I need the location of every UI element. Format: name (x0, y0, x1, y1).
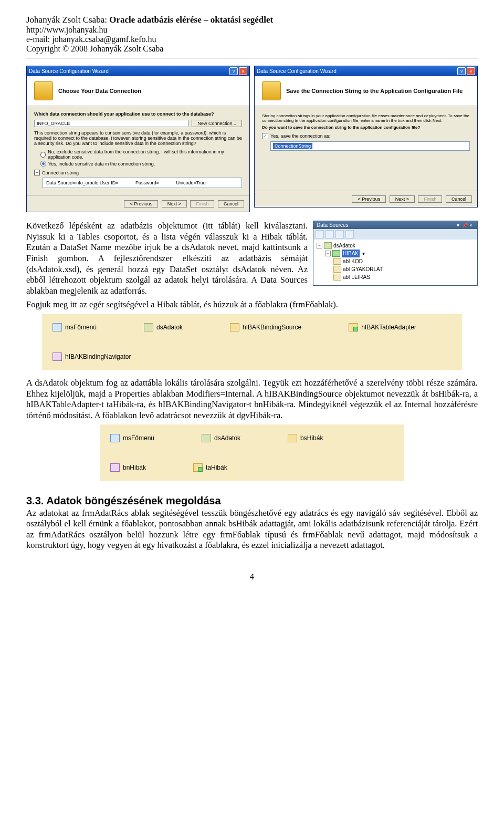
cancel-button[interactable]: Cancel (218, 200, 244, 208)
wizard1-head: Choose Your Data Connection (27, 76, 249, 106)
check-label: Yes, save the connection as: (270, 133, 330, 139)
table-icon (332, 250, 340, 257)
data-sources-panel: Data Sources ▾ 📌 × − dsAdatok − HIBAK ▾ (313, 221, 478, 286)
tableadapter-icon (349, 323, 358, 331)
header-rule (26, 58, 478, 58)
tray-label: taHibák (206, 464, 227, 471)
next-button[interactable]: Next > (162, 200, 187, 208)
tray-item-msfomenu[interactable]: msFőmenü (52, 323, 97, 331)
dataset-icon (144, 323, 153, 331)
wizard1-footer: < Previous Next > Finish Cancel (27, 195, 249, 212)
wizard1-heading: Choose Your Data Connection (58, 88, 141, 94)
header-title: Oracle adatbázis elérése – oktatási segé… (109, 15, 273, 25)
database-icon (34, 81, 53, 100)
radio-include-sensitive[interactable]: Yes, include sensitive data in the conne… (40, 161, 242, 167)
cs-unicode: Unicode=True (176, 180, 205, 185)
tray-label: bsHibák (300, 434, 323, 442)
tree-row[interactable]: − HIBAK ▾ (317, 250, 474, 257)
header-author: Johanyák Zsolt Csaba: (26, 15, 107, 25)
tree-row[interactable]: abl KOD (317, 257, 474, 265)
close-button[interactable]: × (239, 67, 247, 75)
header-copyright: Copyright © 2008 Johanyák Zsolt Csaba (26, 44, 478, 54)
tray-label: dsAdatok (156, 324, 183, 331)
paragraph1: Következő lépésként az adatbázis objektu… (26, 221, 308, 296)
paragraph1-block: Következő lépésként az adatbázis objektu… (26, 221, 478, 299)
previous-button[interactable]: < Previous (352, 195, 386, 203)
header-email: e-mail: johanyak.csaba@gamf.kefo.hu (26, 35, 478, 44)
close-button[interactable]: × (467, 67, 475, 75)
section-33-heading: 3.3. Adatok böngészésének megoldása (26, 495, 478, 507)
wizard2-desc: Storing connection strings in your appli… (262, 113, 470, 123)
tray-item-msfomenu[interactable]: msFőmenü (110, 434, 154, 442)
wizard1-question: Which data connection should your applic… (34, 111, 242, 117)
paragraph2: A dsAdatok objektum fog az adattábla lok… (26, 378, 478, 421)
database-icon (262, 81, 281, 100)
toolbar-button[interactable] (326, 230, 334, 238)
wizard2: Data Source Configuration Wizard ? × Sav… (254, 66, 478, 208)
connection-string-expander[interactable]: − Connection string (34, 170, 242, 175)
tree-row[interactable]: abl LEIRAS (317, 273, 474, 281)
tray-item-bindingsource[interactable]: hIBAKBindingSource (230, 323, 301, 331)
minus-icon: − (34, 170, 40, 175)
tree-label: LEIRAS (351, 273, 370, 281)
save-connection-checkbox[interactable]: ✓ Yes, save the connection as: (262, 133, 470, 139)
previous-button[interactable]: < Previous (124, 200, 158, 208)
tree-label: dsAdatok (333, 242, 355, 250)
close-icon[interactable]: × (468, 222, 474, 228)
tree-row[interactable]: − dsAdatok (317, 242, 474, 250)
pin-icon[interactable]: 📌 (461, 222, 468, 228)
finish-button[interactable]: Finish (418, 195, 442, 203)
check-icon: ✓ (262, 133, 268, 139)
bindingnavigator-icon (110, 463, 120, 472)
chevron-down-icon[interactable]: ▾ (457, 222, 459, 228)
wizard2-footer: < Previous Next > Finish Cancel (255, 191, 477, 207)
help-button[interactable]: ? (457, 67, 466, 75)
tree-row[interactable]: abl GYAKORLAT (317, 265, 474, 273)
tray-label: bnHibák (123, 464, 146, 471)
toolbar-button[interactable] (345, 230, 354, 238)
tray-label: msFőmenü (123, 434, 154, 442)
tray-item-dsadatok[interactable]: dsAdatok (202, 434, 240, 442)
radio-exclude-sensitive[interactable]: No, exclude sensitive data from the conn… (40, 149, 242, 160)
cancel-button[interactable]: Cancel (446, 195, 472, 203)
component-tray-1: msFőmenü dsAdatok hIBAKBindingSource hIB… (42, 314, 462, 370)
tray-item-bnhibak[interactable]: bnHibák (110, 463, 146, 472)
component-tray-2: msFőmenü dsAdatok bsHibák bnHibák taHibá… (100, 424, 404, 481)
data-sources-title: Data Sources ▾ 📌 × (313, 221, 477, 229)
tray-item-bshibak[interactable]: bsHibák (288, 434, 323, 442)
tray-item-tahibak[interactable]: taHibák (193, 463, 227, 472)
tableadapter-icon (193, 463, 203, 472)
tray-label: hIBAKTableAdapter (361, 324, 416, 331)
finish-button[interactable]: Finish (190, 200, 214, 208)
data-sources-tree: − dsAdatok − HIBAK ▾ abl KOD abl GYAKORL… (313, 240, 477, 285)
toolbar-button[interactable] (335, 230, 344, 238)
connection-name-input[interactable]: ConnectionString (270, 141, 470, 151)
data-sources-label: Data Sources (317, 222, 349, 228)
tray-item-bindingnavigator[interactable]: hIBAKBindingNavigator (52, 352, 131, 361)
data-sources-toolbar (313, 229, 477, 240)
bindingsource-icon (230, 323, 239, 331)
wizard2-head: Save the Connection String to the Applic… (255, 76, 477, 106)
menu-icon (52, 323, 62, 331)
bindingsource-icon (288, 434, 297, 442)
help-button[interactable]: ? (229, 67, 238, 75)
minus-icon: − (317, 243, 322, 248)
cs-password: Password= (135, 180, 159, 185)
menu-icon (110, 434, 120, 442)
minus-icon: − (325, 251, 331, 256)
tray-item-dsadatok[interactable]: dsAdatok (144, 323, 183, 331)
radio-yes-label: Yes, include sensitive data in the conne… (48, 161, 155, 167)
cs-datasource: Data Source=info_oracle;User ID= (46, 180, 119, 185)
column-icon (333, 258, 341, 265)
new-connection-button[interactable]: New Connection... (192, 120, 242, 127)
toolbar-button[interactable] (316, 230, 324, 238)
wizard2-titlebar: Data Source Configuration Wizard ? × (255, 66, 477, 76)
wizard2-heading: Save the Connection String to the Applic… (286, 88, 463, 94)
next-button[interactable]: Next > (390, 195, 415, 203)
wizards-row: Data Source Configuration Wizard ? × Cho… (26, 66, 478, 212)
radio-icon (40, 161, 46, 167)
connection-combo[interactable]: INFO_ORACLE (34, 120, 188, 127)
wizard1-body: Which data connection should your applic… (27, 106, 249, 195)
tray-label: msFőmenü (65, 324, 97, 331)
tray-item-tableadapter[interactable]: hIBAKTableAdapter (349, 323, 416, 331)
